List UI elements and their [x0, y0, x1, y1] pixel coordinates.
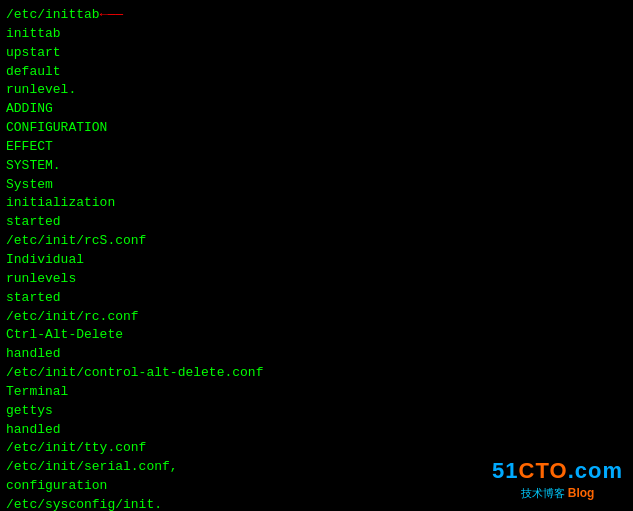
- output-line: /etc/inittab ←——: [6, 6, 627, 25]
- output-line: default: [6, 63, 627, 82]
- output-line: /etc/init/rc.conf: [6, 308, 627, 327]
- arrow-indicator: ←——: [100, 6, 123, 25]
- output-line: SYSTEM.: [6, 157, 627, 176]
- output-line: upstart: [6, 44, 627, 63]
- output-line: initialization: [6, 194, 627, 213]
- output-line: ADDING: [6, 100, 627, 119]
- output-line: /etc/init/rcS.conf: [6, 232, 627, 251]
- watermark-main: 51CTO.com: [492, 458, 623, 484]
- output-text: /etc/inittab: [6, 6, 100, 25]
- output-container: /etc/inittab ←——inittabupstartdefaultrun…: [6, 6, 627, 511]
- watermark-dotcom: .com: [568, 458, 623, 483]
- watermark-blog: Blog: [568, 486, 595, 500]
- output-line: inittab: [6, 25, 627, 44]
- output-line: Ctrl-Alt-Delete: [6, 326, 627, 345]
- output-line: System: [6, 176, 627, 195]
- output-line: /etc/init/tty.conf: [6, 439, 627, 458]
- output-line: runlevel.: [6, 81, 627, 100]
- output-line: EFFECT: [6, 138, 627, 157]
- watermark-sub: 技术博客 Blog: [492, 486, 623, 501]
- watermark-cto: CTO: [519, 458, 568, 483]
- output-line: CONFIGURATION: [6, 119, 627, 138]
- watermark: 51CTO.com 技术博客 Blog: [492, 458, 623, 501]
- watermark-51: 51: [492, 458, 518, 483]
- terminal-window: /etc/inittab ←——inittabupstartdefaultrun…: [0, 0, 633, 511]
- output-line: gettys: [6, 402, 627, 421]
- output-line: handled: [6, 421, 627, 440]
- output-line: runlevels: [6, 270, 627, 289]
- output-line: Terminal: [6, 383, 627, 402]
- output-line: handled: [6, 345, 627, 364]
- output-line: started: [6, 213, 627, 232]
- output-line: /etc/init/control-alt-delete.conf: [6, 364, 627, 383]
- output-line: Individual: [6, 251, 627, 270]
- output-line: started: [6, 289, 627, 308]
